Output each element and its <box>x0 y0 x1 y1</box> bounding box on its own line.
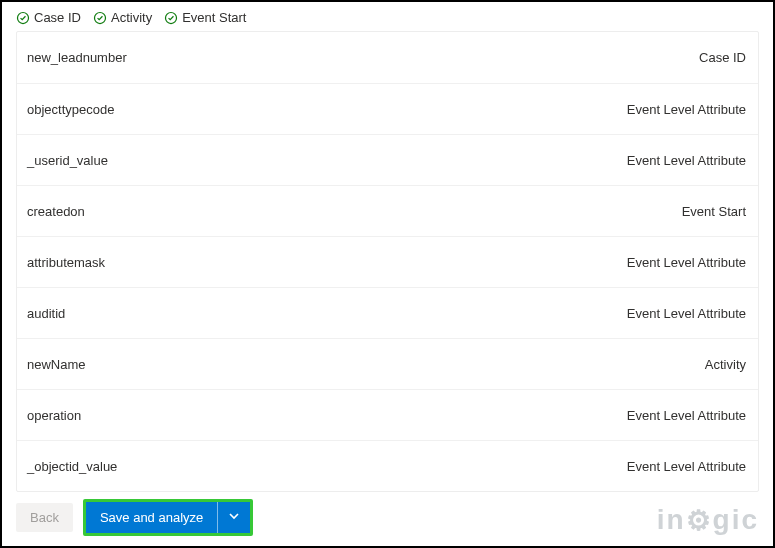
attribute-row[interactable]: _objectid_value Event Level Attribute <box>17 440 758 491</box>
attribute-field: auditid <box>27 306 65 321</box>
attribute-type: Event Level Attribute <box>627 306 746 321</box>
inogic-logo: in⚙gic <box>657 504 759 536</box>
app-frame: Case ID Activity Event Start new_lead <box>0 0 775 548</box>
save-and-analyze-button[interactable]: Save and analyze <box>86 502 217 533</box>
wizard-footer: Back Save and analyze <box>16 499 759 536</box>
check-circle-icon <box>164 11 178 25</box>
attribute-field: attributemask <box>27 255 105 270</box>
pill-label: Case ID <box>34 10 81 25</box>
attribute-type: Activity <box>705 357 746 372</box>
pill-activity: Activity <box>93 10 152 25</box>
attribute-row[interactable]: auditid Event Level Attribute <box>17 287 758 338</box>
attribute-row[interactable]: operation Event Level Attribute <box>17 389 758 440</box>
attribute-type: Event Start <box>682 204 746 219</box>
attribute-type: Event Level Attribute <box>627 255 746 270</box>
attribute-field: newName <box>27 357 86 372</box>
attribute-row[interactable]: new_leadnumber Case ID <box>17 32 758 83</box>
pill-label: Activity <box>111 10 152 25</box>
attribute-field: new_leadnumber <box>27 50 127 65</box>
chevron-down-icon <box>228 510 240 525</box>
highlight-box: Save and analyze <box>83 499 253 536</box>
attribute-type: Event Level Attribute <box>627 153 746 168</box>
attribute-row[interactable]: objecttypecode Event Level Attribute <box>17 83 758 134</box>
attribute-list: new_leadnumber Case ID objecttypecode Ev… <box>16 31 759 492</box>
pill-event-start: Event Start <box>164 10 246 25</box>
attribute-field: objecttypecode <box>27 102 114 117</box>
check-circle-icon <box>16 11 30 25</box>
attribute-type: Event Level Attribute <box>627 102 746 117</box>
back-button[interactable]: Back <box>16 503 73 532</box>
attribute-field: _objectid_value <box>27 459 117 474</box>
attribute-row[interactable]: attributemask Event Level Attribute <box>17 236 758 287</box>
attribute-row[interactable]: newName Activity <box>17 338 758 389</box>
attribute-type: Event Level Attribute <box>627 408 746 423</box>
attribute-field: _userid_value <box>27 153 108 168</box>
pill-label: Event Start <box>182 10 246 25</box>
attribute-row[interactable]: createdon Event Start <box>17 185 758 236</box>
attribute-row[interactable]: _userid_value Event Level Attribute <box>17 134 758 185</box>
mapping-header: Case ID Activity Event Start <box>2 2 773 29</box>
attribute-field: operation <box>27 408 81 423</box>
attribute-type: Event Level Attribute <box>627 459 746 474</box>
attribute-type: Case ID <box>699 50 746 65</box>
gear-icon: ⚙ <box>686 507 713 535</box>
check-circle-icon <box>93 11 107 25</box>
attribute-field: createdon <box>27 204 85 219</box>
save-and-analyze-dropdown[interactable] <box>217 502 250 533</box>
pill-case-id: Case ID <box>16 10 81 25</box>
